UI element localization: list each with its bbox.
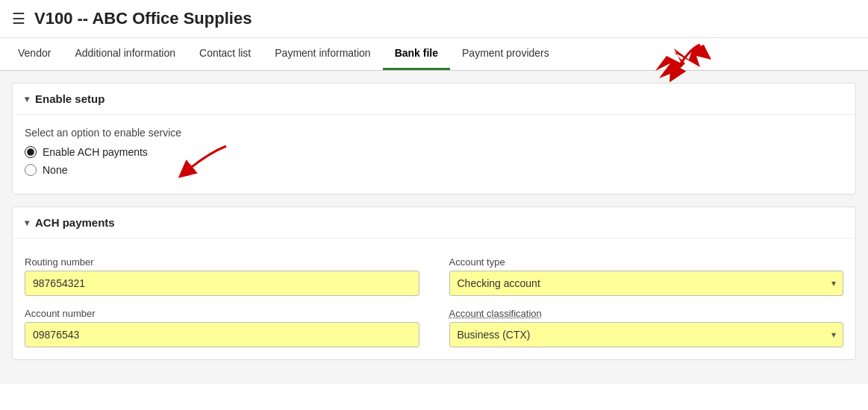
- enable-setup-title: Enable setup: [35, 92, 104, 105]
- radio-none-label: None: [43, 164, 67, 176]
- menu-icon[interactable]: ☰: [12, 10, 25, 28]
- ach-payments-title: ACH payments: [35, 216, 115, 229]
- ach-payments-header[interactable]: ▾ ACH payments: [13, 207, 855, 239]
- routing-number-label: Routing number: [25, 256, 419, 268]
- chevron-icon-2: ▾: [25, 218, 29, 228]
- radio-ach[interactable]: Enable ACH payments: [25, 146, 148, 158]
- account-number-label: Account number: [25, 308, 419, 319]
- radio-none-input[interactable]: [25, 164, 37, 176]
- routing-number-group: Routing number: [25, 256, 419, 296]
- tab-bank-file[interactable]: Bank file: [383, 38, 450, 70]
- account-number-group: Account number: [25, 308, 419, 347]
- form-grid: Routing number Account type Checking acc…: [25, 256, 843, 347]
- radio-none[interactable]: None: [25, 164, 148, 176]
- account-type-select-wrapper: Checking account Savings account ▾: [449, 271, 844, 296]
- main-content: ▾ Enable setup Select an option to enabl…: [0, 71, 868, 384]
- tab-payment-providers[interactable]: Payment providers: [450, 38, 561, 70]
- tab-payment-info[interactable]: Payment information: [263, 38, 382, 70]
- ach-payments-section: ▾ ACH payments Routing number Account ty…: [12, 206, 856, 360]
- account-classification-group: Account classification Business (CTX) Pe…: [449, 308, 844, 347]
- radio-ach-input[interactable]: [25, 146, 37, 158]
- app-title: V100 -- ABC Office Supplies: [34, 9, 252, 28]
- chevron-icon: ▾: [25, 94, 29, 104]
- nav-tabs: Vendor Additional information Contact li…: [0, 38, 868, 71]
- account-type-label: Account type: [449, 256, 844, 268]
- account-classification-select-wrapper: Business (CTX) Personal (PPD) Corporate …: [449, 322, 844, 347]
- tab-contact-list[interactable]: Contact list: [187, 38, 263, 70]
- account-classification-select[interactable]: Business (CTX) Personal (PPD) Corporate …: [449, 322, 844, 347]
- enable-setup-body: Select an option to enable service: [13, 115, 855, 194]
- enable-setup-section: ▾ Enable setup Select an option to enabl…: [12, 83, 856, 195]
- tab-additional-info[interactable]: Additional information: [63, 38, 187, 70]
- radio-ach-label: Enable ACH payments: [43, 146, 148, 158]
- app-header: ☰ V100 -- ABC Office Supplies: [0, 0, 868, 38]
- account-number-input[interactable]: [25, 322, 419, 347]
- radio-group-label: Select an option to enable service: [25, 127, 843, 139]
- tab-vendor[interactable]: Vendor: [6, 38, 63, 70]
- ach-payments-body: Routing number Account type Checking acc…: [13, 239, 855, 359]
- account-classification-label: Account classification: [449, 308, 844, 319]
- routing-number-input[interactable]: [25, 271, 419, 296]
- enable-setup-header[interactable]: ▾ Enable setup: [13, 83, 855, 115]
- account-type-select[interactable]: Checking account Savings account: [449, 271, 844, 296]
- account-type-group: Account type Checking account Savings ac…: [449, 256, 844, 296]
